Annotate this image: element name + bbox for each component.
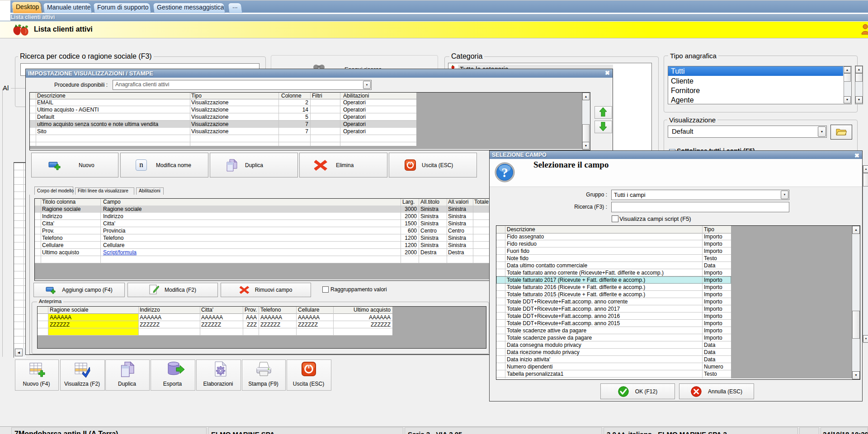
svg-text:?: ? (501, 165, 508, 180)
